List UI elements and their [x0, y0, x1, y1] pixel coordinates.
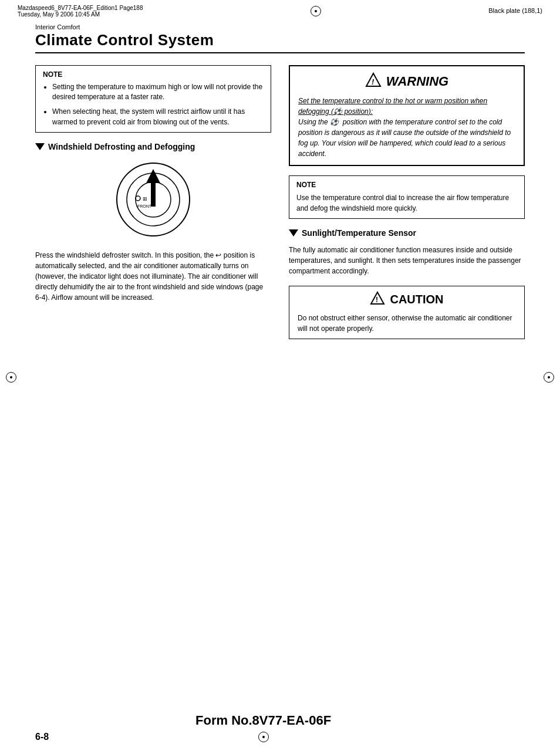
triangle-icon	[35, 143, 45, 150]
two-col-layout: NOTE Setting the temperature to maximum …	[35, 65, 525, 339]
body-text-defroster: Press the windshield defroster switch. I…	[35, 250, 271, 303]
warning-underlined: Set the temperature control to the hot o…	[298, 97, 487, 116]
svg-text:⊞: ⊞	[143, 196, 147, 202]
reg-circle-top	[311, 6, 321, 16]
warning-text: Set the temperature control to the hot o…	[298, 96, 515, 159]
top-marks: Mazdaspeed6_8V77-EA-06F_Edition1 Page188…	[0, 0, 560, 18]
triangle-icon-2	[289, 229, 298, 236]
page-header: Interior Comfort Climate Control System	[35, 23, 525, 49]
svg-point-4	[136, 196, 140, 201]
note2-text: Use the temperature control dial to incr…	[296, 192, 517, 214]
bottom-area: 6-8 Form No.8V77-EA-06F	[0, 713, 560, 742]
note-box-1: NOTE Setting the temperature to maximum …	[35, 65, 271, 133]
caution-header: ! CAUTION	[298, 291, 516, 308]
note-list: Setting the temperature to maximum high …	[43, 82, 264, 128]
warning-box: ! WARNING Set the temperature control to…	[289, 65, 525, 166]
warning-italic: Using the ⚽ position with the temperatur…	[298, 118, 511, 158]
svg-text:!: !	[372, 77, 375, 86]
svg-text:FRONT: FRONT	[137, 204, 152, 208]
caution-text: Do not obstruct either sensor, otherwise…	[298, 313, 516, 334]
caution-triangle-icon: !	[370, 291, 385, 308]
form-number: Form No.8V77-EA-06F	[195, 713, 331, 728]
defrost-switch-diagram: ⊞ FRONT	[112, 158, 194, 241]
right-reg-mark	[544, 372, 554, 383]
warning-label: WARNING	[386, 74, 448, 89]
section-label: Interior Comfort	[35, 23, 525, 31]
note-title-2: NOTE	[296, 181, 517, 189]
note-item-2: When selecting heat, the system will res…	[52, 107, 264, 127]
meta-line1: Mazdaspeed6_8V77-EA-06F_Edition1 Page188	[18, 5, 143, 11]
diagram-area: ⊞ FRONT	[35, 158, 271, 241]
warning-triangle-icon: !	[365, 72, 382, 91]
top-right-meta: Black plate (188,1)	[488, 5, 542, 14]
right-column: ! WARNING Set the temperature control to…	[289, 65, 525, 339]
svg-marker-3	[146, 169, 160, 207]
bottom-center-mark: Form No.8V77-EA-06F	[195, 713, 331, 742]
warning-header: ! WARNING	[298, 72, 515, 91]
page-title: Climate Control System	[35, 32, 525, 49]
caution-box: ! CAUTION Do not obstruct either sensor,…	[289, 286, 525, 339]
side-reg-left	[6, 372, 16, 383]
side-reg-right	[544, 372, 554, 383]
left-reg-mark	[6, 372, 16, 383]
title-divider	[35, 52, 525, 53]
meta-line2: Tuesday, May 9 2006 10:45 AM	[18, 11, 143, 18]
svg-text:!: !	[376, 296, 378, 304]
sensor-text: The fully automatic air conditioner func…	[289, 245, 525, 276]
top-center-registration	[311, 5, 321, 16]
page-wrapper: Mazdaspeed6_8V77-EA-06F_Edition1 Page188…	[0, 0, 560, 754]
note-box-2: NOTE Use the temperature control dial to…	[289, 175, 525, 219]
reg-circle-bottom	[258, 732, 269, 742]
page-number: 6-8	[35, 732, 49, 742]
sensor-heading: Sunlight/Temperature Sensor	[289, 228, 525, 238]
sensor-heading-text: Sunlight/Temperature Sensor	[302, 228, 416, 238]
defogging-heading: Windshield Defrosting and Defogging	[35, 142, 271, 151]
top-left-meta: Mazdaspeed6_8V77-EA-06F_Edition1 Page188…	[18, 5, 143, 18]
caution-label: CAUTION	[390, 293, 443, 306]
note-title-1: NOTE	[43, 70, 264, 79]
content-area: Interior Comfort Climate Control System …	[0, 18, 560, 351]
defogging-heading-text: Windshield Defrosting and Defogging	[48, 142, 195, 151]
left-column: NOTE Setting the temperature to maximum …	[35, 65, 271, 303]
note-item-1: Setting the temperature to maximum high …	[52, 82, 264, 103]
